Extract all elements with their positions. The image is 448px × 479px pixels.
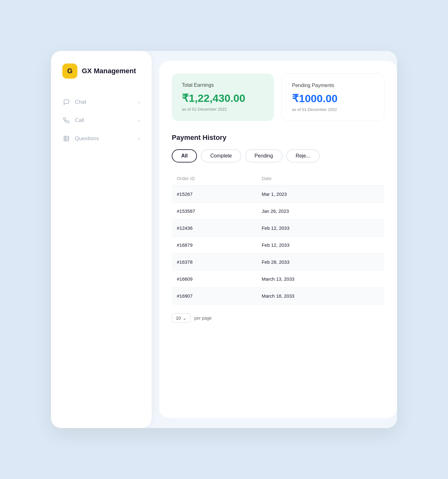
cell-order-id: #16879 [172,237,257,254]
cell-order-id: #12436 [172,220,257,237]
per-page-select[interactable]: 10 ⌄ [172,313,191,323]
col-order-id: Order ID [172,171,257,186]
pagination-row: 10 ⌄ per page [172,313,384,323]
chat-icon [63,99,70,106]
cell-date: Jan 26, 2023 [257,203,384,220]
table-row: #16378Feb 28, 2033 [172,254,384,271]
sidebar-item-chat-label: Chat [75,99,86,105]
total-earnings-date: as of 01-December 2022 [182,107,264,112]
cell-date: Mar 1, 2023 [257,186,384,203]
chevron-right-icon: › [138,136,140,141]
table-header: Order ID Date [172,171,384,186]
filter-tab-complete[interactable]: Complete [201,149,241,162]
svg-rect-0 [64,136,69,141]
pending-payments-card: Pending Payments ₹1000.00 as of 01-Decem… [282,74,384,121]
sidebar-item-call-label: Call [75,117,84,124]
cell-order-id: #16907 [172,288,257,305]
app-title: GX Management [82,67,136,75]
app-container: G GX Management Chat › [51,51,397,428]
sidebar-item-chat[interactable]: Chat › [57,94,145,111]
payment-table: Order ID Date #15267Mar 1, 2023#153587Ja… [172,171,384,305]
main-inner: Total Earnings ₹1,22,430.00 as of 01-Dec… [159,61,397,418]
pending-payments-amount: ₹1000.00 [292,92,374,105]
total-earnings-card: Total Earnings ₹1,22,430.00 as of 01-Dec… [172,74,274,121]
cell-date: Feb 28, 2033 [257,254,384,271]
table-row: #16879Feb 12, 2033 [172,237,384,254]
table-row: #15267Mar 1, 2023 [172,186,384,203]
questions-icon [63,135,70,142]
chevron-right-icon: › [138,118,140,123]
table-row: #12436Feb 12, 2033 [172,220,384,237]
cell-order-id: #15267 [172,186,257,203]
per-page-value: 10 [176,316,181,321]
cell-order-id: #16609 [172,271,257,288]
pending-payments-label: Pending Payments [292,83,374,88]
earnings-row: Total Earnings ₹1,22,430.00 as of 01-Dec… [172,74,384,121]
cell-order-id: #16378 [172,254,257,271]
pending-payments-date: as of 01-December 2022 [292,107,374,112]
logo-icon: G [62,63,77,79]
cell-date: Feb 12, 2033 [257,220,384,237]
filter-tab-all[interactable]: All [172,149,197,162]
payment-history-title: Payment History [172,134,384,142]
cell-date: March 18, 2033 [257,288,384,305]
table-row: #16907March 18, 2033 [172,288,384,305]
sidebar-item-call[interactable]: Call › [57,112,145,129]
table-row: #16609March 13, 2033 [172,271,384,288]
cell-date: March 13, 2033 [257,271,384,288]
total-earnings-label: Total Earnings [182,82,264,88]
total-earnings-amount: ₹1,22,430.00 [182,92,264,104]
logo-area: G GX Management [51,63,152,94]
filter-tabs: All Complete Pending Reje... [172,149,384,162]
chevron-down-icon: ⌄ [183,316,187,321]
col-date: Date [257,171,384,186]
table-body: #15267Mar 1, 2023#153587Jan 26, 2023#124… [172,186,384,305]
sidebar: G GX Management Chat › [51,51,152,428]
payment-history-section: Payment History All Complete Pending Rej… [172,134,384,323]
call-icon [63,117,70,124]
sidebar-item-questions-label: Questions [75,135,99,142]
nav-menu: Chat › Call › [51,94,152,147]
main-content: Total Earnings ₹1,22,430.00 as of 01-Dec… [152,51,397,428]
cell-date: Feb 12, 2033 [257,237,384,254]
filter-tab-rejected[interactable]: Reje... [286,149,320,162]
table-row: #153587Jan 26, 2023 [172,203,384,220]
sidebar-item-questions[interactable]: Questions › [57,130,145,147]
cell-order-id: #153587 [172,203,257,220]
filter-tab-pending[interactable]: Pending [245,149,283,162]
per-page-label: per page [194,316,212,321]
chevron-right-icon: › [138,100,140,105]
